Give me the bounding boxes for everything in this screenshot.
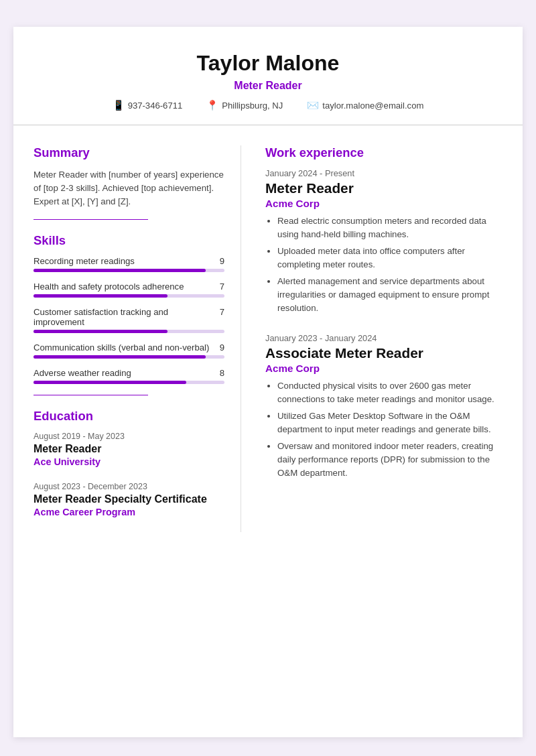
body-content: Summary Meter Reader with [number of yea…: [13, 125, 523, 552]
skill-label-1: Health and safety protocols adherence: [34, 281, 184, 292]
skill-label-0: Recording meter readings: [34, 256, 135, 266]
phone-icon: 📱: [113, 100, 125, 111]
resume-document: Taylor Malone Meter Reader 📱 937-346-671…: [13, 27, 523, 737]
skill-item-4: Adverse weather reading 8: [34, 368, 224, 384]
summary-divider: [34, 219, 148, 220]
skills-divider: [34, 395, 148, 395]
edu-item-0: August 2019 - May 2023 Meter Reader Ace …: [34, 432, 224, 467]
location-text: Phillipsburg, NJ: [222, 101, 283, 111]
work-item-1: January 2023 - January 2024 Associate Me…: [265, 333, 503, 479]
skill-bar-3: [34, 355, 206, 359]
phone-contact: 📱 937-346-6711: [113, 100, 183, 111]
skill-label-4: Adverse weather reading: [34, 368, 131, 378]
summary-section: Summary Meter Reader with [number of yea…: [34, 145, 224, 220]
work-company-1: Acme Corp: [265, 363, 503, 374]
left-column: Summary Meter Reader with [number of yea…: [34, 145, 241, 532]
job-title: Meter Reader: [40, 80, 496, 92]
work-item-0: January 2024 - Present Meter Reader Acme…: [265, 168, 503, 314]
education-section: Education August 2019 - May 2023 Meter R…: [34, 409, 224, 517]
work-bullet-1-0: Conducted physical visits to over 2600 g…: [277, 379, 503, 406]
work-bullets-1: Conducted physical visits to over 2600 g…: [265, 379, 503, 479]
location-icon: 📍: [206, 100, 218, 111]
contact-info: 📱 937-346-6711 📍 Phillipsburg, NJ ✉️ tay…: [40, 100, 496, 111]
work-bullet-1-1: Utilized Gas Meter Desktop Software in t…: [277, 410, 503, 436]
location-contact: 📍 Phillipsburg, NJ: [206, 100, 283, 111]
candidate-name: Taylor Malone: [40, 51, 496, 76]
education-title: Education: [34, 409, 224, 424]
skill-bar-0: [34, 269, 206, 272]
work-dates-0: January 2024 - Present: [265, 168, 503, 178]
skill-item-0: Recording meter readings 9: [34, 256, 224, 272]
right-column: Work experience January 2024 - Present M…: [261, 145, 503, 532]
work-bullets-0: Read electric consumption meters and rec…: [265, 214, 503, 314]
skill-bar-1: [34, 294, 168, 298]
edu-dates-1: August 2023 - December 2023: [34, 482, 224, 491]
skill-score-1: 7: [220, 281, 224, 292]
skill-item-1: Health and safety protocols adherence 7: [34, 281, 224, 298]
work-title-0: Meter Reader: [265, 180, 503, 196]
skill-label-2: Customer satisfaction tracking and impro…: [34, 307, 220, 327]
skills-title: Skills: [34, 233, 224, 248]
resume-header: Taylor Malone Meter Reader 📱 937-346-671…: [13, 27, 523, 125]
work-bullet-0-1: Uploaded meter data into office computer…: [277, 245, 503, 271]
skill-label-3: Communication skills (verbal and non-ver…: [34, 342, 209, 353]
skill-item-2: Customer satisfaction tracking and impro…: [34, 307, 224, 333]
work-experience-section: Work experience January 2024 - Present M…: [265, 145, 503, 480]
summary-title: Summary: [34, 145, 224, 160]
skills-section: Skills Recording meter readings 9 Health…: [34, 233, 224, 395]
phone-number: 937-346-6711: [128, 101, 183, 111]
edu-dates-0: August 2019 - May 2023: [34, 432, 224, 441]
edu-degree-1: Meter Reader Specialty Certificate: [34, 493, 224, 505]
email-contact: ✉️ taylor.malone@email.com: [307, 100, 423, 111]
work-experience-title: Work experience: [265, 145, 503, 160]
edu-school-0: Ace University: [34, 456, 224, 467]
skill-score-2: 7: [220, 307, 224, 327]
edu-item-1: August 2023 - December 2023 Meter Reader…: [34, 482, 224, 517]
work-bullet-0-2: Alerted management and service departmen…: [277, 275, 503, 315]
summary-text: Meter Reader with [number of years] expe…: [34, 168, 224, 208]
skill-bar-2: [34, 330, 168, 333]
work-company-0: Acme Corp: [265, 198, 503, 209]
work-bullet-0-0: Read electric consumption meters and rec…: [277, 214, 503, 241]
email-icon: ✉️: [307, 100, 319, 111]
skill-bar-4: [34, 381, 186, 384]
edu-school-1: Acme Career Program: [34, 507, 224, 517]
email-address: taylor.malone@email.com: [322, 101, 423, 111]
work-bullet-1-2: Oversaw and monitored indoor meter reade…: [277, 440, 503, 480]
skill-score-3: 9: [220, 342, 224, 353]
work-title-1: Associate Meter Reader: [265, 345, 503, 361]
edu-degree-0: Meter Reader: [34, 443, 224, 455]
skill-item-3: Communication skills (verbal and non-ver…: [34, 342, 224, 359]
skill-score-4: 8: [220, 368, 224, 378]
work-dates-1: January 2023 - January 2024: [265, 333, 503, 343]
skill-score-0: 9: [220, 256, 224, 266]
